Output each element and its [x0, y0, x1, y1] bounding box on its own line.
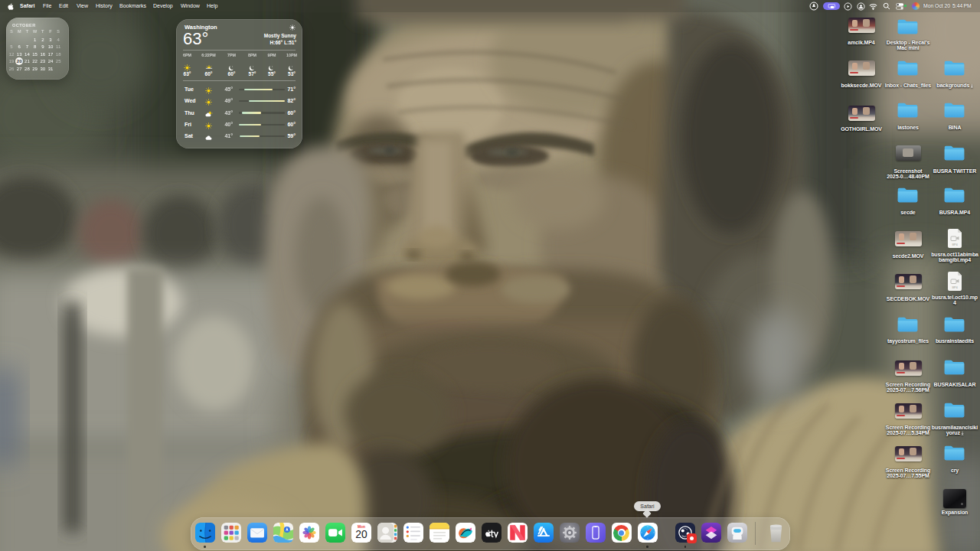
svg-text:MP4: MP4: [952, 286, 957, 289]
svg-text:20: 20: [355, 528, 368, 540]
svg-text:MP4: MP4: [952, 243, 957, 246]
